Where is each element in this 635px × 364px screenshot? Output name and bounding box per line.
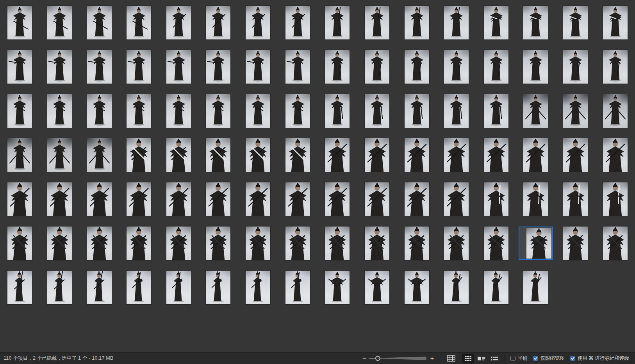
zoom-in-button[interactable]: + [429, 355, 436, 362]
thumbnail[interactable] [40, 225, 80, 269]
thumbnail[interactable] [556, 181, 596, 225]
thumbnail[interactable] [119, 5, 159, 49]
thumbnail[interactable] [318, 269, 357, 314]
thumbnail[interactable] [238, 5, 278, 49]
thumbnail[interactable] [318, 93, 357, 137]
thumbnail[interactable] [79, 225, 119, 269]
thumbnail[interactable] [595, 5, 635, 49]
thumbnail[interactable] [238, 49, 278, 93]
thumbnail[interactable] [397, 49, 437, 93]
thumbnail[interactable] [119, 49, 159, 93]
thumbnail[interactable] [159, 181, 199, 225]
thumbnail[interactable] [238, 137, 278, 181]
thumbnail[interactable] [516, 93, 556, 137]
thumbnail[interactable] [0, 181, 40, 225]
thumbnail[interactable] [238, 93, 278, 137]
thumbnail[interactable] [516, 137, 556, 181]
thumbnail[interactable] [397, 269, 437, 314]
thumbnail[interactable] [79, 181, 119, 225]
thumbnail[interactable] [278, 49, 318, 93]
thumbnail[interactable] [357, 49, 397, 93]
thumbnail[interactable] [198, 137, 238, 181]
thumbnail[interactable] [0, 225, 40, 269]
thumbnail[interactable] [516, 269, 556, 314]
thumbnail[interactable] [40, 137, 80, 181]
thumbnail[interactable] [476, 225, 516, 269]
thumbnail-selected[interactable] [516, 225, 556, 269]
thumbnail[interactable] [595, 225, 635, 269]
thumbnail[interactable] [198, 181, 238, 225]
thumbnail[interactable] [357, 5, 397, 49]
thumbnail[interactable] [556, 5, 596, 49]
thumbnail[interactable] [40, 93, 80, 137]
thumbnail-size-slider[interactable] [369, 355, 426, 362]
thumbnail[interactable] [198, 225, 238, 269]
thumbnail[interactable] [159, 137, 199, 181]
slider-track-wedge[interactable] [378, 357, 426, 360]
thumbnail[interactable] [119, 93, 159, 137]
thumbnail[interactable] [516, 49, 556, 93]
thumbnail[interactable] [437, 225, 476, 269]
thumbnail[interactable] [119, 225, 159, 269]
thumbnail[interactable] [119, 181, 159, 225]
thumbnail[interactable] [278, 5, 318, 49]
thumbnail[interactable] [159, 5, 199, 49]
thumbnail[interactable] [238, 181, 278, 225]
thumbnail[interactable] [238, 225, 278, 269]
thumbnail[interactable] [476, 269, 516, 314]
thumbnail[interactable] [476, 137, 516, 181]
thumbnail[interactable] [318, 225, 357, 269]
thumbnail[interactable] [318, 181, 357, 225]
thumbnail[interactable] [278, 269, 318, 314]
thumbnail[interactable] [397, 137, 437, 181]
checkbox-cmd-rating[interactable]: 使用 ⌘ 进行标记和评级 [570, 355, 629, 362]
thumbnail[interactable] [40, 49, 80, 93]
thumbnail[interactable] [0, 93, 40, 137]
thumbnail[interactable] [198, 269, 238, 314]
thumbnail[interactable] [198, 93, 238, 137]
thumbnail[interactable] [556, 93, 596, 137]
thumbnail[interactable] [476, 181, 516, 225]
thumbnail[interactable] [516, 181, 556, 225]
thumbnail[interactable] [0, 137, 40, 181]
thumbnail[interactable] [556, 49, 596, 93]
thumbnail[interactable] [278, 93, 318, 137]
thumbnail[interactable] [278, 137, 318, 181]
thumbnail[interactable] [159, 269, 199, 314]
thumbnail[interactable] [79, 49, 119, 93]
thumbnail[interactable] [476, 93, 516, 137]
thumbnail[interactable] [79, 137, 119, 181]
thumbnail[interactable] [516, 5, 556, 49]
thumbnail[interactable] [397, 93, 437, 137]
list-view-button[interactable] [489, 355, 500, 362]
thumbnail[interactable] [556, 225, 596, 269]
thumbnail[interactable] [40, 5, 80, 49]
thumbnail[interactable] [198, 5, 238, 49]
thumbnail[interactable] [318, 137, 357, 181]
thumbnail[interactable] [159, 225, 199, 269]
thumbnail[interactable] [437, 5, 476, 49]
thumbnail[interactable] [397, 225, 437, 269]
thumbnail[interactable] [476, 49, 516, 93]
thumbnail[interactable] [397, 181, 437, 225]
zoom-out-button[interactable]: − [361, 355, 368, 362]
thumbnail[interactable] [556, 137, 596, 181]
thumbnail[interactable] [238, 269, 278, 314]
thumbnail[interactable] [318, 49, 357, 93]
details-view-button[interactable] [476, 355, 487, 362]
thumbnail[interactable] [159, 49, 199, 93]
thumbnail[interactable] [278, 181, 318, 225]
checkbox-tile[interactable]: 平铺 [510, 355, 528, 362]
thumbnail[interactable] [595, 49, 635, 93]
thumbnail[interactable] [595, 137, 635, 181]
thumbnail[interactable] [437, 49, 476, 93]
thumbnail[interactable] [397, 5, 437, 49]
thumbnail[interactable] [79, 5, 119, 49]
thumbnail[interactable] [278, 225, 318, 269]
thumbnail[interactable] [357, 93, 397, 137]
thumbnail-grid-view-button[interactable] [462, 354, 474, 363]
thumbnail[interactable] [119, 137, 159, 181]
thumbnail[interactable] [357, 269, 397, 314]
thumbnail[interactable] [437, 137, 476, 181]
thumbnail[interactable] [119, 269, 159, 314]
